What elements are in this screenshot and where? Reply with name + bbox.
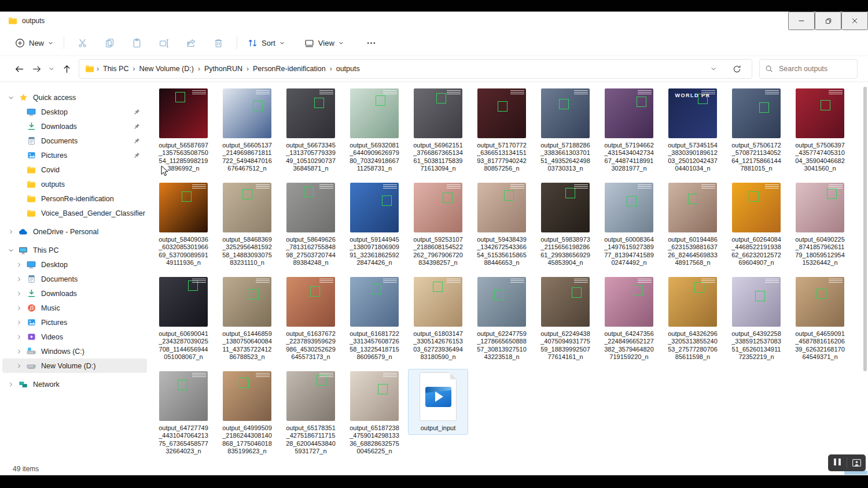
sidebar-section-quick-access[interactable]: Quick access bbox=[2, 90, 147, 105]
pause-recording-button[interactable] bbox=[828, 454, 847, 471]
item-count: 49 items bbox=[13, 465, 39, 473]
forward-button[interactable] bbox=[28, 60, 45, 77]
sidebar-section-network[interactable]: Network bbox=[2, 377, 147, 391]
file-item[interactable]: output_61446859 _1380750640084 11_437357… bbox=[215, 275, 279, 369]
camera-preview-button[interactable] bbox=[847, 454, 866, 471]
address-dropdown-button[interactable] bbox=[707, 65, 720, 72]
sidebar-item-pc-desktop[interactable]: Desktop bbox=[2, 257, 147, 272]
file-item[interactable]: output_57188286 _3383661303701 51_493526… bbox=[534, 87, 597, 181]
sidebar-section-onedrive-label: OneDrive - Personal bbox=[33, 228, 98, 236]
file-item[interactable]: output_59438439 _1342672543366 54_515356… bbox=[470, 181, 534, 275]
more-options-button[interactable] bbox=[358, 33, 385, 53]
breadcrumb-item-0[interactable]: This PC bbox=[99, 65, 133, 73]
sidebar-item-desktop[interactable]: Desktop bbox=[2, 105, 147, 119]
file-item[interactable]: output_60008364 _1497615927389 77_813947… bbox=[597, 181, 661, 275]
refresh-button[interactable] bbox=[729, 64, 745, 74]
delete-button[interactable] bbox=[205, 33, 232, 53]
chevron-down-icon[interactable] bbox=[5, 95, 17, 101]
close-button[interactable] bbox=[841, 12, 868, 30]
sidebar-section-this-pc[interactable]: This PC bbox=[2, 243, 147, 257]
sidebar-item-pc-windows-c-[interactable]: Windows (C:) bbox=[2, 344, 147, 358]
sidebar-item-documents[interactable]: Documents bbox=[2, 134, 147, 148]
file-item[interactable]: WORLD PRoutput_57345154 _3830390189612 0… bbox=[661, 87, 724, 181]
sidebar-item-pc-videos[interactable]: Videos bbox=[2, 330, 147, 344]
share-button[interactable] bbox=[178, 33, 205, 53]
sidebar-item-pc-music[interactable]: Music bbox=[2, 301, 147, 315]
back-button[interactable] bbox=[10, 60, 28, 77]
breadcrumb-item-2[interactable]: PythonRUN bbox=[200, 65, 247, 73]
chevron-right-icon[interactable] bbox=[13, 363, 25, 369]
chevron-right-icon[interactable] bbox=[13, 334, 25, 340]
sidebar-item-pc-downloads[interactable]: Downloads bbox=[2, 286, 147, 301]
file-item[interactable]: output_61637672 _2237893959629 986_45302… bbox=[279, 275, 343, 369]
view-button[interactable]: View bbox=[299, 35, 350, 51]
file-item[interactable]: output_58649626 _7813162755848 98_275037… bbox=[279, 181, 343, 275]
file-item[interactable]: output_56932081 _6440909626979 80_703249… bbox=[343, 87, 406, 181]
file-item[interactable]: output_64659091 _4587881616206 39_626321… bbox=[788, 275, 852, 369]
sidebar-item-downloads[interactable]: Downloads bbox=[2, 119, 147, 134]
new-button[interactable]: New bbox=[9, 35, 59, 51]
recent-locations-button[interactable] bbox=[45, 60, 58, 77]
breadcrumb-item-1[interactable]: New Volume (D:) bbox=[135, 65, 197, 73]
file-item[interactable]: output_56673345 _1313705779339 49_105102… bbox=[279, 87, 343, 181]
file-item[interactable]: output_57194662 _4315434042734 67_448741… bbox=[597, 87, 661, 181]
file-item[interactable]: output_57506172 _5708721134052 64_121758… bbox=[724, 87, 788, 181]
breadcrumb-item-3[interactable]: PersonRe-idenification bbox=[249, 65, 330, 73]
sort-button[interactable]: Sort bbox=[242, 35, 290, 51]
sidebar-item-outputs[interactable]: outputs bbox=[2, 177, 147, 191]
file-item[interactable]: output_65178351 _4275186711715 28_620044… bbox=[279, 369, 343, 464]
up-button[interactable] bbox=[58, 60, 75, 77]
breadcrumb-item-4[interactable]: outputs bbox=[332, 65, 364, 73]
file-item[interactable]: output_61803147 _3305142676153 03_627239… bbox=[406, 275, 470, 369]
search-input[interactable] bbox=[778, 64, 852, 73]
file-item[interactable]: output_65187238 _4759014298133 36_688286… bbox=[343, 369, 406, 464]
sidebar-section-onedrive[interactable]: OneDrive - Personal bbox=[2, 224, 147, 239]
file-item[interactable]: output_59144945 _1380971806909 91_323618… bbox=[343, 181, 406, 275]
file-item[interactable]: output_59253107 _2188608154522 262_79679… bbox=[406, 181, 470, 275]
file-item[interactable]: output_56962151 _3766867365134 61_503811… bbox=[406, 87, 470, 181]
file-item[interactable]: output_57506397 _4357747405310 04_359040… bbox=[788, 87, 852, 181]
chevron-right-icon[interactable] bbox=[13, 291, 25, 297]
file-item[interactable]: output_60690041 _2343287039025 708_11446… bbox=[152, 275, 215, 369]
sidebar-item-voice-based-gender-classifier[interactable]: Voice_Based_Gender_Classifier bbox=[2, 206, 147, 220]
cut-button[interactable] bbox=[69, 33, 96, 53]
file-item[interactable]: output_60194486 _6231539881637 26_824645… bbox=[661, 181, 724, 275]
file-item[interactable]: output_64392258 _3385912537083 51_652601… bbox=[724, 275, 788, 369]
file-item[interactable]: output_62247759 _1278665650888 57_308139… bbox=[470, 275, 534, 369]
file-item[interactable]: output_64999509 _2186244308140 868_17750… bbox=[215, 369, 279, 464]
file-item-output-input[interactable]: output_input bbox=[406, 369, 470, 464]
chevron-right-icon[interactable] bbox=[5, 229, 17, 235]
chevron-right-icon[interactable] bbox=[5, 382, 17, 387]
chevron-down-icon[interactable] bbox=[5, 247, 17, 253]
file-item[interactable]: output_62249438 _4075094931775 59_188399… bbox=[534, 275, 597, 369]
file-item[interactable]: output_57170772 _6366513134151 93_817779… bbox=[470, 87, 534, 181]
chevron-right-icon[interactable] bbox=[13, 262, 25, 268]
chevron-right-icon[interactable] bbox=[13, 320, 25, 326]
file-item[interactable]: output_58409036 _6032085301966 69_537090… bbox=[152, 181, 215, 275]
chevron-right-icon[interactable] bbox=[13, 305, 25, 311]
chevron-right-icon[interactable] bbox=[13, 276, 25, 282]
sidebar-item-pictures[interactable]: Pictures bbox=[2, 148, 147, 162]
file-item[interactable]: output_59838973 _2115656198286 61_299386… bbox=[534, 181, 597, 275]
paste-button[interactable] bbox=[123, 33, 150, 53]
vertical-scrollbar-thumb[interactable] bbox=[863, 87, 867, 371]
file-item[interactable]: output_60264084 _4468522191938 62_662320… bbox=[724, 181, 788, 275]
file-item[interactable]: output_56605137 _2149698671811 722_54948… bbox=[215, 87, 279, 181]
sidebar-item-covid[interactable]: Covid bbox=[2, 162, 147, 177]
copy-button[interactable] bbox=[96, 33, 123, 53]
file-item[interactable]: output_60490225 _8741857962611 79_180595… bbox=[788, 181, 852, 275]
sidebar-item-pc-new-volume-d-[interactable]: New Volume (D:) bbox=[2, 358, 147, 373]
command-toolbar: New Sort View bbox=[0, 30, 868, 56]
sidebar-item-pc-pictures[interactable]: Pictures bbox=[2, 315, 147, 330]
sidebar-item-personre-idenification[interactable]: PersonRe-idenification bbox=[2, 191, 147, 206]
rename-button[interactable] bbox=[150, 33, 178, 53]
file-item[interactable]: output_61681722 _3313457608726 58_132254… bbox=[343, 275, 406, 369]
sidebar-item-pc-documents[interactable]: Documents bbox=[2, 272, 147, 286]
restore-button[interactable] bbox=[815, 12, 841, 30]
file-item[interactable]: output_64247356 _2248496652127 382_35794… bbox=[597, 275, 661, 369]
file-item[interactable]: output_64326296 _3205313855240 53_275772… bbox=[661, 275, 724, 369]
file-item[interactable]: output_64727749 _4431047064213 75_673654… bbox=[152, 369, 215, 464]
file-item[interactable]: output_58468369 _3252956481592 58_148830… bbox=[215, 181, 279, 275]
chevron-right-icon[interactable] bbox=[13, 349, 25, 354]
minimize-button[interactable] bbox=[788, 12, 815, 30]
